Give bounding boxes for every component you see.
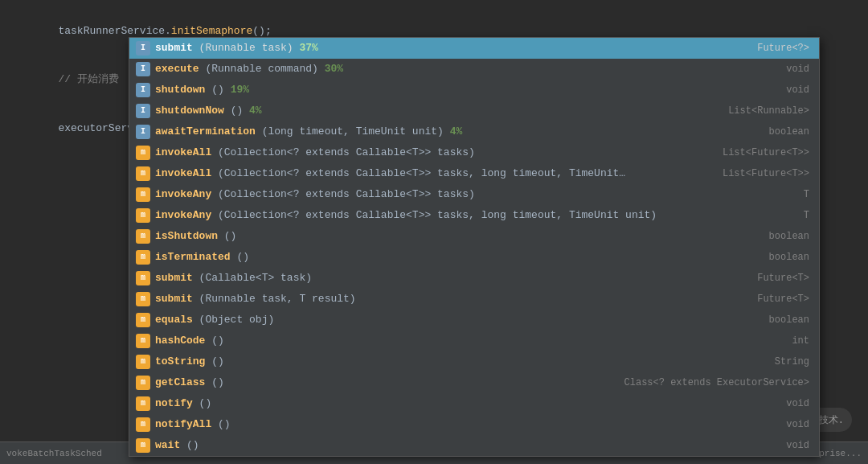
autocomplete-item-submit-callable[interactable]: m submit (Callable<T> task) Future<T> [129, 268, 819, 289]
interface-icon: I [136, 104, 150, 118]
autocomplete-item-isshutdown[interactable]: m isShutdown () boolean [129, 226, 819, 247]
method-icon: m [136, 376, 150, 390]
method-icon: m [136, 250, 150, 265]
interface-icon: I [136, 41, 150, 55]
autocomplete-item-submit-runnable[interactable]: I submit (Runnable task) 37% Future<?> [129, 38, 819, 59]
autocomplete-item-invokeall-2[interactable]: m invokeAll (Collection<? extends Callab… [129, 163, 819, 184]
method-icon: m [136, 271, 150, 285]
autocomplete-item-shutdownnow[interactable]: I shutdownNow () 4% List<Runnable> [129, 101, 819, 121]
autocomplete-item-hashcode[interactable]: m hashCode () int [129, 331, 819, 351]
method-icon: m [136, 313, 150, 327]
interface-icon: I [136, 83, 150, 97]
interface-icon: I [136, 125, 150, 139]
autocomplete-dropdown: I submit (Runnable task) 37% Future<?> I… [129, 37, 820, 457]
method-icon: m [136, 208, 150, 223]
autocomplete-item-tostring[interactable]: m toString () String [129, 351, 819, 372]
method-icon: m [136, 292, 150, 306]
method-icon: m [136, 396, 150, 411]
autocomplete-item-wait[interactable]: m wait () void [129, 435, 819, 456]
method-icon: m [136, 417, 150, 432]
method-icon: m [136, 355, 150, 369]
autocomplete-item-invokeany-1[interactable]: m invokeAny (Collection<? extends Callab… [129, 184, 819, 205]
autocomplete-item-invokeany-2[interactable]: m invokeAny (Collection<? extends Callab… [129, 205, 819, 226]
method-icon: m [136, 229, 150, 244]
method-icon: m [136, 334, 150, 348]
method-icon: m [136, 146, 150, 160]
bottom-left-text: vokeBatchTaskSched [6, 449, 102, 458]
interface-icon: I [136, 62, 150, 76]
autocomplete-item-notify[interactable]: m notify () void [129, 393, 819, 414]
autocomplete-item-notifyall[interactable]: m notifyAll () void [129, 414, 819, 435]
autocomplete-item-invokeall-1[interactable]: m invokeAll (Collection<? extends Callab… [129, 142, 819, 163]
autocomplete-item-submit-runnable-result[interactable]: m submit (Runnable task, T result) Futur… [129, 289, 819, 310]
autocomplete-item-equals[interactable]: m equals (Object obj) boolean [129, 310, 819, 331]
autocomplete-item-execute[interactable]: I execute (Runnable command) 30% void [129, 59, 819, 80]
autocomplete-item-getclass[interactable]: m getClass () Class<? extends ExecutorSe… [129, 372, 819, 393]
method-icon: m [136, 187, 150, 202]
autocomplete-item-shutdown[interactable]: I shutdown () 19% void [129, 80, 819, 101]
autocomplete-item-awaittermination[interactable]: I awaitTermination (long timeout, TimeUn… [129, 121, 819, 142]
method-icon: m [136, 438, 150, 453]
autocomplete-item-isterminated[interactable]: m isTerminated () boolean [129, 247, 819, 268]
method-icon: m [136, 166, 150, 181]
